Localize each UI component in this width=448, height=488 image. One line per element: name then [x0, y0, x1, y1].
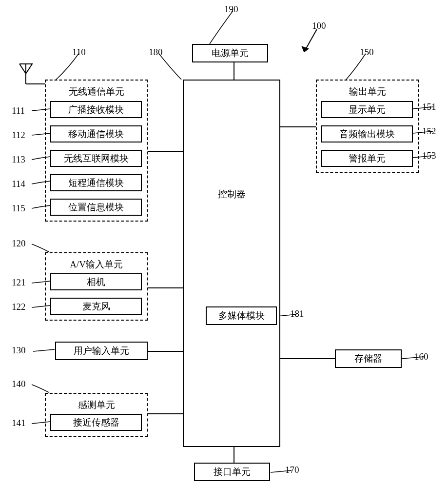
controller-block: 控制器	[183, 80, 280, 447]
ref-160: 160	[414, 351, 429, 362]
user-input-label: 用户输入单元	[74, 345, 129, 357]
ref-181: 181	[290, 308, 304, 319]
interface-unit-block: 接口单元	[194, 463, 270, 481]
ref-150: 150	[360, 47, 374, 58]
multimedia-module-block: 多媒体模块	[206, 306, 277, 325]
power-unit-label: 电源单元	[212, 47, 249, 60]
ref-141: 141	[12, 418, 26, 428]
mobile-comm-block: 移动通信模块	[50, 125, 142, 142]
ref-114: 114	[12, 179, 25, 189]
ref-151: 151	[422, 102, 436, 112]
camera-block: 相机	[50, 273, 142, 290]
av-input-title: A/V输入单元	[46, 258, 147, 271]
camera-label: 相机	[87, 276, 105, 288]
ref-170: 170	[285, 465, 299, 475]
multimedia-module-label: 多媒体模块	[218, 309, 265, 322]
proximity-sensor-label: 接近传感器	[73, 416, 119, 429]
ref-100: 100	[312, 20, 326, 31]
power-unit-block: 电源单元	[192, 44, 268, 62]
ref-115: 115	[12, 203, 25, 214]
ref-122: 122	[12, 302, 26, 312]
sensing-unit-title: 感测单元	[46, 399, 147, 411]
output-unit-title: 输出单元	[317, 85, 418, 98]
ref-120: 120	[12, 238, 26, 249]
svg-line-10	[304, 29, 317, 52]
audio-output-label: 音频输出模块	[339, 128, 395, 141]
ref-112: 112	[12, 130, 25, 141]
display-unit-label: 显示单元	[349, 103, 386, 116]
ref-111: 111	[12, 105, 25, 116]
broadcast-rx-block: 广播接收模块	[50, 101, 142, 118]
ref-113: 113	[12, 154, 25, 165]
wireless-internet-block: 无线互联网模块	[50, 150, 142, 167]
short-range-block: 短程通信模块	[50, 174, 142, 191]
ref-140: 140	[12, 379, 26, 389]
ref-121: 121	[12, 277, 26, 288]
ref-110: 110	[72, 47, 86, 58]
alarm-unit-label: 警报单元	[349, 152, 386, 165]
location-info-block: 位置信息模块	[50, 199, 142, 216]
mobile-comm-label: 移动通信模块	[68, 128, 124, 141]
wireless-internet-label: 无线互联网模块	[64, 152, 129, 165]
ref-152: 152	[422, 126, 436, 137]
memory-block: 存储器	[335, 349, 402, 368]
proximity-sensor-block: 接近传感器	[50, 414, 142, 431]
alarm-unit-block: 警报单元	[321, 150, 413, 167]
ref-180: 180	[149, 47, 163, 58]
microphone-label: 麦克风	[82, 300, 110, 313]
location-info-label: 位置信息模块	[68, 201, 124, 214]
display-unit-block: 显示单元	[321, 101, 413, 118]
user-input-block: 用户输入单元	[55, 342, 148, 360]
ref-190: 190	[224, 4, 238, 15]
wireless-unit-title: 无线通信单元	[46, 85, 147, 98]
short-range-label: 短程通信模块	[68, 177, 124, 189]
controller-label: 控制器	[184, 188, 279, 201]
ref-130: 130	[12, 345, 26, 356]
ref-153: 153	[422, 150, 436, 161]
microphone-block: 麦克风	[50, 298, 142, 315]
block-diagram: 190 100 110 180 150 111 112 113 114 115 …	[0, 0, 448, 488]
memory-label: 存储器	[354, 352, 382, 365]
interface-unit-label: 接口单元	[214, 466, 251, 478]
audio-output-block: 音频输出模块	[321, 125, 413, 142]
broadcast-rx-label: 广播接收模块	[68, 103, 124, 116]
